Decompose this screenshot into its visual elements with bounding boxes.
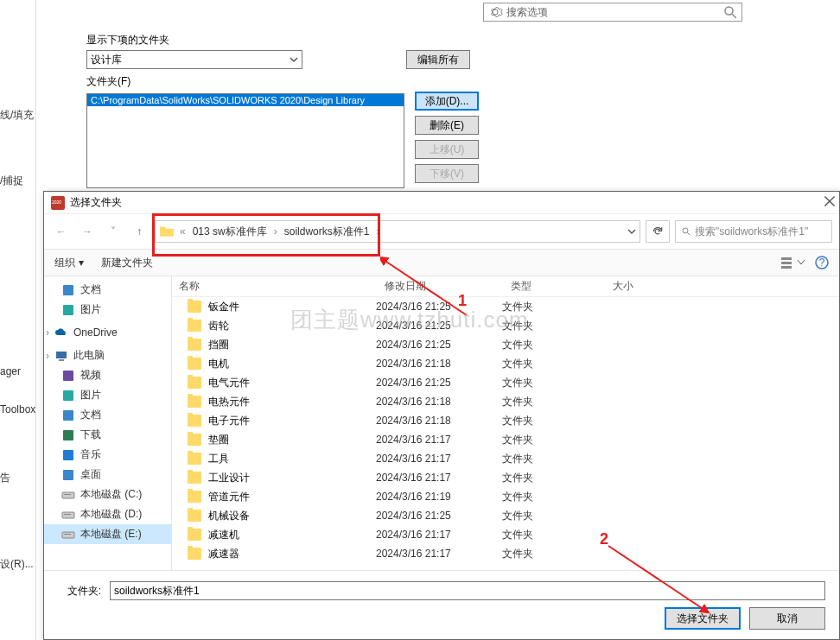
folder-icon [188, 301, 201, 313]
tree-item[interactable]: ›OneDrive [44, 323, 171, 342]
tree-item[interactable]: 本地磁盘 (D:) [44, 504, 171, 524]
breadcrumb-item[interactable]: soildworks标准件1 [279, 225, 375, 239]
svg-rect-5 [781, 262, 792, 264]
file-row[interactable]: 电子元件2024/3/16 21:18文件夹 [172, 411, 839, 430]
tree-item[interactable]: ›此电脑 [44, 345, 171, 365]
svg-rect-14 [63, 390, 73, 401]
tree-item[interactable]: 音乐 [44, 445, 171, 465]
chevron-down-icon[interactable] [627, 227, 636, 236]
svg-rect-21 [62, 512, 74, 518]
folder-dialog: 选择文件夹 ← → ˅ ↑ « 013 sw标准件库 › soildworks标… [43, 191, 840, 640]
refresh-button[interactable] [646, 220, 670, 243]
file-row[interactable]: 电热元件2024/3/16 21:18文件夹 [172, 392, 839, 411]
folder-icon [159, 224, 175, 239]
folder-icon [188, 491, 201, 503]
svg-rect-15 [63, 410, 73, 421]
gear-icon [487, 4, 503, 20]
select-folder-button[interactable]: 选择文件夹 [665, 607, 741, 630]
tree-item[interactable]: 文档 [44, 280, 171, 300]
search-icon [681, 226, 691, 237]
dialog-title: 选择文件夹 [70, 195, 122, 210]
col-size[interactable]: 大小 [606, 279, 684, 294]
app-icon [51, 196, 65, 210]
tree-item[interactable]: 下载 [44, 425, 171, 445]
folder-icon [188, 320, 201, 332]
refresh-icon [652, 225, 664, 238]
library-combo[interactable]: 设计库 [86, 50, 302, 69]
folder-icon [188, 453, 201, 465]
folder-path-item[interactable]: C:\ProgramData\SolidWorks\SOLIDWORKS 202… [87, 94, 404, 106]
folder-name-input[interactable] [110, 581, 825, 600]
svg-rect-13 [63, 371, 73, 381]
folder-icon [188, 358, 201, 370]
organize-menu[interactable]: 组织▾ [54, 256, 84, 270]
nav-back[interactable]: ← [51, 221, 72, 242]
new-folder-button[interactable]: 新建文件夹 [101, 256, 153, 270]
file-row[interactable]: 管道元件2024/3/16 21:19文件夹 [172, 487, 839, 506]
folder-paths-list[interactable]: C:\ProgramData\SolidWorks\SOLIDWORKS 202… [86, 93, 404, 188]
view-options-icon[interactable] [780, 256, 806, 269]
nav-tree[interactable]: 文档图片›OneDrive›此电脑视频图片文档下载音乐桌面本地磁盘 (C:)本地… [44, 276, 172, 584]
left-label: 线/填充 [0, 108, 34, 123]
move-down-button[interactable]: 下移(V) [415, 164, 479, 183]
file-row[interactable]: 减速器2024/3/16 21:17文件夹 [172, 544, 839, 563]
col-type[interactable]: 类型 [504, 279, 606, 294]
annotation-number: 2 [600, 530, 608, 548]
edit-all-button[interactable]: 编辑所有 [406, 50, 470, 69]
svg-text:?: ? [819, 257, 825, 269]
chevron-down-icon[interactable]: ˅ [103, 221, 124, 242]
folder-icon [188, 377, 201, 389]
svg-rect-24 [64, 534, 71, 535]
file-row[interactable]: 减速机2024/3/16 21:17文件夹 [172, 525, 839, 544]
folder-icon [188, 415, 201, 427]
file-row[interactable]: 钣金件2024/3/16 21:25文件夹 [172, 297, 839, 316]
col-date[interactable]: 修改日期 [378, 279, 504, 294]
svg-rect-20 [64, 494, 71, 495]
tree-item[interactable]: 本地磁盘 (E:) [44, 524, 171, 544]
file-list-header[interactable]: 名称 修改日期 类型 大小 [172, 276, 839, 297]
file-row[interactable]: 工具2024/3/16 21:17文件夹 [172, 449, 839, 468]
tree-item[interactable]: 图片 [44, 385, 171, 405]
svg-rect-22 [64, 514, 71, 515]
cancel-button[interactable]: 取消 [749, 607, 825, 630]
help-icon[interactable]: ? [815, 256, 829, 269]
svg-line-3 [688, 233, 690, 236]
file-row[interactable]: 机械设备2024/3/16 21:25文件夹 [172, 506, 839, 525]
svg-line-1 [732, 14, 736, 18]
dialog-search[interactable]: 搜索"soildworks标准件1" [675, 220, 832, 243]
breadcrumb-item[interactable]: 013 sw标准件库 [188, 225, 272, 239]
display-folders-label: 显示下项的文件夹 [86, 33, 671, 48]
options-search[interactable]: 搜索选项 [483, 3, 742, 22]
folder-icon [188, 396, 201, 408]
search-placeholder: 搜索选项 [506, 5, 719, 20]
add-button[interactable]: 添加(D)... [415, 92, 479, 111]
delete-button[interactable]: 删除(E) [415, 116, 479, 135]
chevron-right-icon: › [46, 350, 54, 362]
tree-item[interactable]: 视频 [44, 365, 171, 385]
folder-name-label: 文件夹: [58, 584, 101, 599]
svg-rect-10 [63, 305, 73, 315]
file-row[interactable]: 垫圈2024/3/16 21:17文件夹 [172, 430, 839, 449]
nav-forward[interactable]: → [77, 221, 98, 242]
file-row[interactable]: 电机2024/3/16 21:18文件夹 [172, 354, 839, 373]
file-row[interactable]: 齿轮2024/3/16 21:25文件夹 [172, 316, 839, 335]
tree-item[interactable]: 文档 [44, 405, 171, 425]
file-list[interactable]: 钣金件2024/3/16 21:25文件夹齿轮2024/3/16 21:25文件… [172, 297, 839, 563]
close-icon[interactable] [824, 195, 836, 207]
nav-up[interactable]: ↑ [129, 221, 150, 242]
tree-item[interactable]: 图片 [44, 300, 171, 320]
col-name[interactable]: 名称 [172, 279, 378, 294]
search-icon [722, 4, 738, 20]
file-row[interactable]: 挡圈2024/3/16 21:25文件夹 [172, 335, 839, 354]
tree-item[interactable]: 桌面 [44, 465, 171, 485]
svg-rect-16 [63, 430, 73, 440]
left-label: ager [0, 365, 21, 377]
move-up-button[interactable]: 上移(U) [415, 140, 479, 159]
svg-rect-12 [59, 359, 64, 361]
chevron-down-icon [290, 55, 298, 64]
tree-item[interactable]: 本地磁盘 (C:) [44, 485, 171, 504]
svg-rect-6 [781, 266, 792, 269]
file-row[interactable]: 电气元件2024/3/16 21:25文件夹 [172, 373, 839, 392]
breadcrumb[interactable]: « 013 sw标准件库 › soildworks标准件1 › [155, 220, 640, 243]
file-row[interactable]: 工业设计2024/3/16 21:17文件夹 [172, 468, 839, 487]
